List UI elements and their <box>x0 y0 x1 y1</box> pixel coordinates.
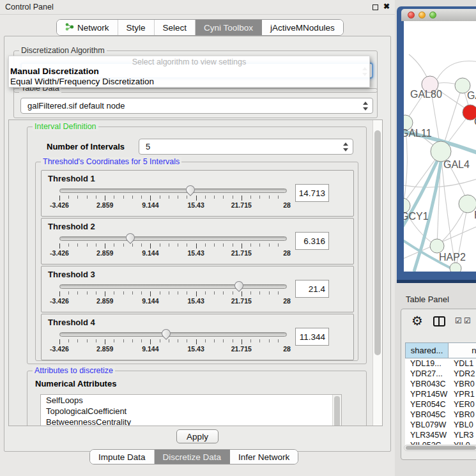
stepper-icon <box>342 142 349 152</box>
tick-label: 9.144 <box>142 345 158 353</box>
table-cell: YBL079W <box>405 420 449 429</box>
tick-label: 21.715 <box>231 345 252 353</box>
tick-label: 21.715 <box>231 201 252 209</box>
split-view-icon[interactable] <box>433 316 445 326</box>
checkbox-icon[interactable]: ☑ <box>455 316 462 325</box>
table-row[interactable]: YBR043CYBR0 <box>405 379 476 389</box>
slider-track[interactable] <box>59 284 287 289</box>
network-node-label: HAP2 <box>439 252 466 263</box>
attributes-scrollbar[interactable] <box>332 395 341 426</box>
tab-cyni-toolbox[interactable]: Cyni Toolbox <box>196 20 262 35</box>
checkbox-icon[interactable]: ☑ <box>464 316 471 325</box>
scrollbar-thumb[interactable] <box>334 396 340 426</box>
slider-ticks <box>59 243 287 249</box>
column-header-shared-name[interactable]: shared... <box>405 342 449 358</box>
slider-track[interactable] <box>59 332 287 337</box>
threshold-value-field[interactable]: 6.316 <box>295 232 329 250</box>
tick-label: 2.859 <box>96 249 113 257</box>
table-row[interactable]: YDL19...YDL1 <box>405 358 476 369</box>
tab-label: Discretize Data <box>163 452 222 462</box>
threshold-slider[interactable]: -3.4262.8599.14415.4321.71528 <box>59 284 287 305</box>
apply-button[interactable]: Apply <box>176 429 219 443</box>
slider-tick-labels: -3.4262.8599.14415.4321.71528 <box>59 345 287 353</box>
dropdown-option-equal-width-frequency[interactable]: Equal Width/Frequency Discretization <box>10 77 154 86</box>
threshold-slider-thumb[interactable] <box>124 231 137 244</box>
network-node[interactable] <box>430 239 444 253</box>
table-row[interactable]: YBL079WYBL0 <box>405 420 476 430</box>
group-title: Discretization Algorithm <box>19 46 107 55</box>
traffic-light-minimize-icon[interactable] <box>418 12 426 19</box>
threshold-slider-thumb[interactable] <box>233 279 245 292</box>
table-cell: YBR045C <box>405 410 449 419</box>
scrollbar-thumb[interactable] <box>374 130 381 355</box>
dropdown-option-manual-discretization[interactable]: Manual Discretization <box>10 66 99 76</box>
tab-jactivemnodules[interactable]: jActiveMNodules <box>262 20 343 35</box>
network-node-label: GAL4 <box>443 159 470 170</box>
table-row[interactable]: YER054CYER0 <box>405 399 476 410</box>
slider-ticks <box>59 339 287 344</box>
table-cell: YLR345W <box>405 431 449 440</box>
group-title: Threshold's Coordinates for 5 Intervals <box>41 157 181 166</box>
table-data-select[interactable]: galFiltered.sif default node <box>20 98 373 114</box>
screen: Control Panel ✖ Network Style Select Cyn… <box>0 0 476 476</box>
network-icon <box>65 22 74 33</box>
table-row[interactable]: YDR27...YDR2 <box>405 369 476 379</box>
control-panel: Control Panel ✖ Network Style Select Cyn… <box>0 0 395 476</box>
threshold-value-field[interactable]: 14.713 <box>295 184 329 202</box>
traffic-light-zoom-icon[interactable] <box>429 12 436 19</box>
network-node[interactable] <box>459 195 476 213</box>
traffic-light-close-icon[interactable] <box>408 12 415 19</box>
network-canvas[interactable]: GAL80GACGAL11GAL4GCY1HHAP2 <box>404 21 476 272</box>
table-row[interactable]: YPR145WYPR1 <box>405 389 476 399</box>
top-tab-bar: Network Style Select Cyni Toolbox jActiv… <box>56 19 344 36</box>
tick-label: -3.426 <box>50 345 69 353</box>
tab-label: Select <box>163 23 187 33</box>
network-node-label: GAL11 <box>404 128 432 139</box>
tab-infer-network[interactable]: Infer Network <box>230 450 298 464</box>
settings-vertical-scrollbar[interactable] <box>372 120 382 426</box>
network-canvas-svg[interactable]: GAL80GACGAL11GAL4GCY1HHAP2 <box>404 21 476 272</box>
attribute-item[interactable]: SelfLoops <box>41 395 341 406</box>
tab-network[interactable]: Network <box>57 20 118 35</box>
threshold-slider[interactable]: -3.4262.8599.14415.4321.71528 <box>59 236 287 257</box>
threshold-value-field[interactable]: 11.344 <box>295 328 329 346</box>
tab-impute-data[interactable]: Impute Data <box>90 450 155 464</box>
threshold-panel: Threshold 1 -3.4262.8599.14415.4321.7152… <box>41 170 354 217</box>
network-window-titlebar[interactable] <box>401 9 476 21</box>
attribute-item[interactable]: TopologicalCoefficient <box>41 406 341 417</box>
numerical-attributes-list[interactable]: SelfLoopsTopologicalCoefficientBetweenne… <box>40 394 342 426</box>
close-panel-icon[interactable]: ✖ <box>383 2 390 11</box>
tick-label: -3.426 <box>50 201 69 209</box>
table-row[interactable]: YLR345WYLR3 <box>405 430 476 440</box>
float-panel-icon[interactable] <box>372 4 378 10</box>
tab-discretize-data[interactable]: Discretize Data <box>155 450 231 464</box>
table-row[interactable]: YBR045CYBR0 <box>405 410 476 420</box>
threshold-value-field[interactable]: 21.4 <box>295 280 329 298</box>
tab-label: Style <box>127 23 146 33</box>
numerical-attributes-label: Numerical Attributes <box>35 379 116 388</box>
threshold-label: Threshold 4 <box>48 318 95 327</box>
table-cell: YBL0 <box>449 420 473 429</box>
attribute-item[interactable]: BetweennessCentrality <box>41 417 341 426</box>
threshold-slider-thumb[interactable] <box>184 183 197 196</box>
slider-track[interactable] <box>59 236 287 241</box>
tab-select[interactable]: Select <box>155 20 196 35</box>
tick-label: 15.43 <box>187 345 204 353</box>
table-header-row: shared... na <box>405 342 476 358</box>
threshold-slider[interactable]: -3.4262.8599.14415.4321.71528 <box>59 332 287 353</box>
number-of-intervals-select[interactable]: 5 <box>139 139 353 155</box>
scrollbar-thumb[interactable] <box>406 446 476 450</box>
threshold-slider[interactable]: -3.4262.8599.14415.4321.71528 <box>59 188 287 210</box>
network-node[interactable] <box>450 263 461 272</box>
slider-tick-labels: -3.4262.8599.14415.4321.71528 <box>59 249 287 257</box>
threshold-slider-thumb[interactable] <box>160 327 173 340</box>
column-header-name[interactable]: na <box>449 342 476 358</box>
table-horizontal-scrollbar[interactable] <box>404 445 476 451</box>
tab-style[interactable]: Style <box>118 20 155 35</box>
tick-label: -3.426 <box>50 297 69 305</box>
tick-label: 28 <box>283 345 291 353</box>
interval-definition-group: Interval Definition Number of Intervals … <box>27 127 367 364</box>
slider-track[interactable] <box>59 188 287 193</box>
attributes-group: Attributes to discretize Numerical Attri… <box>27 371 367 426</box>
gear-icon[interactable]: ⚙ <box>411 313 423 328</box>
